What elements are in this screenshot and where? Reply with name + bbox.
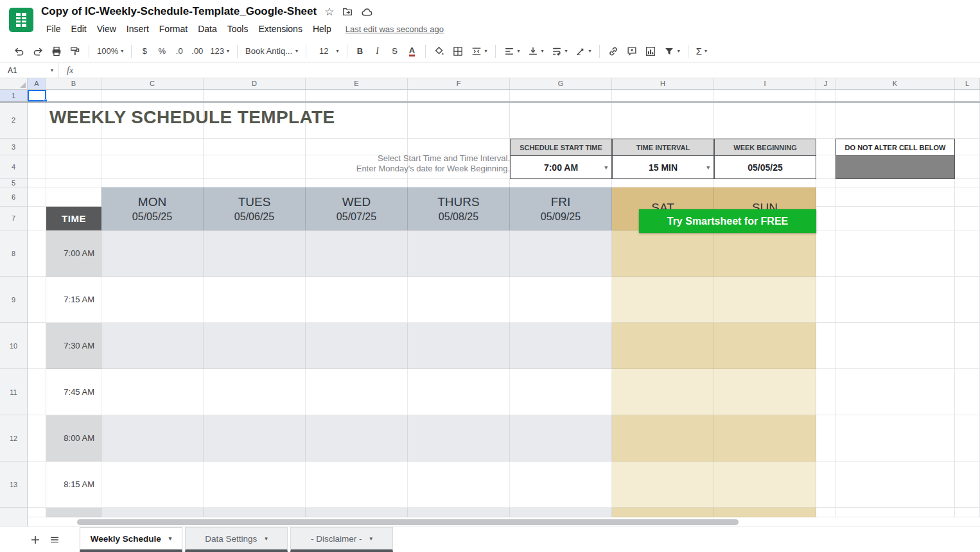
- cell-thurs-8-00-am[interactable]: [408, 415, 510, 461]
- row-header-10[interactable]: 10: [0, 323, 27, 369]
- time-label-8-00-am[interactable]: 8:00 AM: [46, 415, 101, 461]
- bold-button[interactable]: B: [352, 43, 369, 60]
- vertical-align-button[interactable]: ▾: [524, 43, 547, 60]
- day-header-mon[interactable]: MON05/05/25: [101, 187, 204, 230]
- column-header-L[interactable]: L: [955, 78, 980, 89]
- menu-edit[interactable]: Edit: [66, 22, 92, 35]
- chevron-down-icon[interactable]: ▾: [604, 164, 608, 171]
- row-header-5[interactable]: 5: [0, 179, 27, 187]
- increase-decimal-button[interactable]: .00: [188, 43, 206, 60]
- cell-wed-7-30-am[interactable]: [306, 323, 408, 369]
- name-box[interactable]: A1 ▾: [0, 63, 59, 78]
- format-percent-button[interactable]: %: [153, 43, 170, 60]
- cell-tues-7-15-am[interactable]: [204, 277, 306, 323]
- cell-fri-7-45-am[interactable]: [510, 369, 612, 415]
- fill-color-button[interactable]: [430, 43, 448, 60]
- column-header-F[interactable]: F: [408, 78, 510, 89]
- menu-file[interactable]: File: [41, 22, 66, 35]
- star-icon[interactable]: ☆: [324, 5, 334, 19]
- column-header-D[interactable]: D: [204, 78, 306, 89]
- row-header-1[interactable]: 1: [0, 90, 27, 101]
- row-header-12[interactable]: 12: [0, 415, 27, 461]
- time-label-7-00-am[interactable]: 7:00 AM: [46, 230, 101, 277]
- cell-tues-7-00-am[interactable]: [204, 230, 306, 277]
- move-folder-icon[interactable]: [342, 6, 353, 17]
- menu-help[interactable]: Help: [308, 22, 337, 35]
- cell-mon-8-00-am[interactable]: [101, 415, 204, 461]
- smartsheet-cta[interactable]: Try Smartsheet for FREE: [639, 209, 816, 233]
- time-label-8-15-am[interactable]: 8:15 AM: [46, 461, 101, 508]
- cell-partial[interactable]: [306, 508, 408, 517]
- format-currency-button[interactable]: $: [136, 43, 153, 60]
- insert-link-button[interactable]: [604, 43, 622, 60]
- font-family-select[interactable]: Book Antiq...▾: [242, 43, 301, 60]
- cell-sun-8-00-am[interactable]: [714, 415, 816, 461]
- row-header-11[interactable]: 11: [0, 369, 27, 415]
- time-label-7-15-am[interactable]: 7:15 AM: [46, 277, 101, 323]
- do-not-alter-cell[interactable]: [836, 155, 955, 179]
- menu-insert[interactable]: Insert: [121, 22, 154, 35]
- italic-button[interactable]: I: [369, 43, 386, 60]
- day-header-tues[interactable]: TUES05/06/25: [204, 187, 306, 230]
- sheets-logo-icon[interactable]: [9, 8, 33, 32]
- day-header-thurs[interactable]: THURS05/08/25: [408, 187, 510, 230]
- start-time-dropdown[interactable]: 7:00 AM ▾: [510, 155, 612, 179]
- column-header-E[interactable]: E: [306, 78, 408, 89]
- cell-thurs-7-45-am[interactable]: [408, 369, 510, 415]
- cell-tues-8-15-am[interactable]: [204, 461, 306, 508]
- active-cell-selection[interactable]: [28, 90, 46, 101]
- column-header-G[interactable]: G: [510, 78, 612, 89]
- column-header-B[interactable]: B: [46, 78, 101, 89]
- cell-wed-8-15-am[interactable]: [306, 461, 408, 508]
- cell-tues-7-30-am[interactable]: [204, 323, 306, 369]
- menu-data[interactable]: Data: [193, 22, 222, 35]
- merge-cells-button[interactable]: ▾: [468, 43, 491, 60]
- column-header-H[interactable]: H: [612, 78, 714, 89]
- insert-chart-button[interactable]: [642, 43, 660, 60]
- cell-sun-7-30-am[interactable]: [714, 323, 816, 369]
- more-formats-button[interactable]: 123▾: [207, 43, 232, 60]
- cell-wed-7-00-am[interactable]: [306, 230, 408, 277]
- tab-disclaimer[interactable]: - Disclaimer - ▾: [290, 527, 393, 552]
- cell-wed-7-45-am[interactable]: [306, 369, 408, 415]
- paint-format-button[interactable]: [66, 43, 84, 60]
- decrease-decimal-button[interactable]: .0: [171, 43, 188, 60]
- document-title[interactable]: Copy of IC-Weekly-Schedule-Template_Goog…: [41, 5, 317, 18]
- cell-fri-7-15-am[interactable]: [510, 277, 612, 323]
- row-header-13[interactable]: 13: [0, 461, 27, 508]
- row-header-2[interactable]: 2: [0, 101, 27, 139]
- column-header-J[interactable]: J: [816, 78, 836, 89]
- cell-fri-7-30-am[interactable]: [510, 323, 612, 369]
- row-header-7[interactable]: 7: [0, 207, 27, 230]
- cell-partial[interactable]: [510, 508, 612, 517]
- cell-wed-7-15-am[interactable]: [306, 277, 408, 323]
- cell-partial[interactable]: [612, 508, 714, 517]
- cell-mon-7-30-am[interactable]: [101, 323, 204, 369]
- cell-sat-7-00-am[interactable]: [612, 230, 714, 277]
- create-filter-button[interactable]: ▾: [660, 43, 683, 60]
- column-header-K[interactable]: K: [836, 78, 955, 89]
- column-header-I[interactable]: I: [714, 78, 816, 89]
- last-edit-link[interactable]: Last edit was seconds ago: [346, 24, 444, 34]
- column-header-A[interactable]: A: [28, 78, 46, 89]
- cell-partial[interactable]: [204, 508, 306, 517]
- cell-sat-7-30-am[interactable]: [612, 323, 714, 369]
- week-beginning-cell[interactable]: 05/05/25: [714, 155, 816, 179]
- tab-weekly-schedule[interactable]: Weekly Schedule ▾: [80, 527, 182, 552]
- day-header-wed[interactable]: WED05/07/25: [306, 187, 408, 230]
- formula-input[interactable]: [82, 63, 980, 78]
- cell-mon-7-00-am[interactable]: [101, 230, 204, 277]
- time-label-7-30-am[interactable]: 7:30 AM: [46, 323, 101, 369]
- redo-button[interactable]: [29, 43, 47, 60]
- cell-mon-7-45-am[interactable]: [101, 369, 204, 415]
- text-color-button[interactable]: A: [404, 43, 421, 60]
- strikethrough-button[interactable]: S: [387, 43, 403, 60]
- cell-sat-7-45-am[interactable]: [612, 369, 714, 415]
- text-wrap-button[interactable]: ▾: [548, 43, 571, 60]
- cell-fri-8-15-am[interactable]: [510, 461, 612, 508]
- all-sheets-button[interactable]: [45, 527, 64, 552]
- chevron-down-icon[interactable]: ▾: [706, 164, 710, 171]
- cell-mon-7-15-am[interactable]: [101, 277, 204, 323]
- cell-sat-8-00-am[interactable]: [612, 415, 714, 461]
- menu-view[interactable]: View: [92, 22, 121, 35]
